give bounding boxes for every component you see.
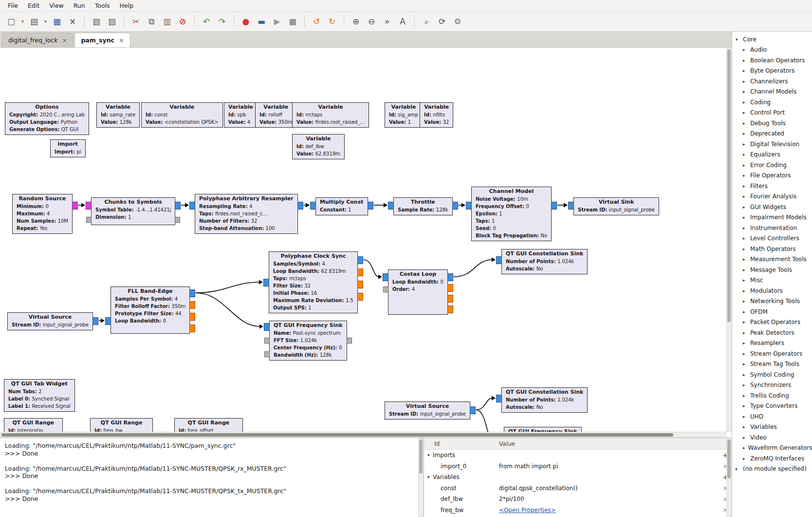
stream-port[interactable] bbox=[496, 256, 502, 264]
block-qt_const_sink_2[interactable]: QT GUI Constellation SinkNumber of Point… bbox=[501, 387, 588, 413]
palette-category-byte-operators[interactable]: ▸Byte Operators bbox=[732, 66, 812, 77]
palette-category-fourier-analysis[interactable]: ▸Fourier Analysis bbox=[732, 191, 812, 202]
menu-edit[interactable]: Edit bbox=[23, 0, 44, 11]
zoom-out-button[interactable]: ⊖ bbox=[364, 14, 379, 29]
stream-port[interactable] bbox=[470, 406, 476, 414]
block-var_rolloff[interactable]: VariableId: rolloffValue: 350m bbox=[255, 102, 297, 128]
errors-button[interactable]: ● bbox=[239, 14, 253, 29]
palette-category-channelizers[interactable]: ▸Channelizers bbox=[732, 76, 812, 87]
block-qt_freq_sink_1[interactable]: QT GUI Frequency SinkName: Post-sync spe… bbox=[269, 321, 347, 361]
rotate-ccw-button[interactable]: ↺ bbox=[309, 14, 324, 29]
message-port[interactable] bbox=[264, 351, 270, 357]
variable-group-row[interactable]: ▾Imports+ bbox=[424, 450, 732, 461]
palette-category-trellis-coding[interactable]: ▸Trellis Coding bbox=[732, 390, 812, 401]
block-var_const[interactable]: VariableId: constValue: <constellation Q… bbox=[141, 102, 223, 128]
palette-category-level-controllers[interactable]: ▸Level Controllers bbox=[732, 233, 812, 244]
tab-pam-sync[interactable]: pam_sync× bbox=[74, 33, 130, 47]
stream-port[interactable] bbox=[357, 293, 363, 301]
palette-category-misc[interactable]: ▸Misc bbox=[732, 275, 812, 286]
message-port[interactable] bbox=[347, 338, 352, 344]
new-flowgraph-button[interactable]: ▢ bbox=[4, 14, 18, 29]
stream-port[interactable] bbox=[297, 202, 303, 210]
reload-blocks-button[interactable]: ⟳ bbox=[435, 14, 449, 29]
scrollbar-thumb[interactable] bbox=[1, 433, 673, 437]
block-import0[interactable]: ImportImport: pi bbox=[50, 139, 86, 157]
block-qt_tab_widget[interactable]: QT GUI Tab WidgetNum Tabs: 2Label 0: Syn… bbox=[4, 379, 75, 412]
variable-group-row[interactable]: ▾Variables+ bbox=[424, 472, 732, 483]
palette-category-packet-operators[interactable]: ▸Packet Operators bbox=[732, 317, 812, 328]
palette-category-modulators[interactable]: ▸Modulators bbox=[732, 286, 812, 296]
stream-port[interactable] bbox=[551, 202, 557, 210]
flowgraph-properties-button[interactable]: ▧ bbox=[89, 14, 104, 29]
palette-category-peak-detectors[interactable]: ▸Peak Detectors bbox=[732, 327, 812, 338]
close-button[interactable]: × bbox=[65, 14, 80, 29]
menu-view[interactable]: View bbox=[44, 0, 69, 11]
block-var_rrctaps[interactable]: VariableId: rrctapsValue: firdes.root_ra… bbox=[292, 102, 369, 128]
connection[interactable] bbox=[476, 398, 492, 410]
kill-flowgraph-button[interactable]: ■ bbox=[285, 14, 300, 29]
block-multiply_const[interactable]: Multiply ConstConstant: 1 bbox=[315, 197, 368, 215]
palette-category-zeromq-interfaces[interactable]: ▸ZeroMQ Interfaces bbox=[732, 453, 812, 464]
stream-port[interactable] bbox=[357, 256, 363, 264]
stream-port[interactable] bbox=[92, 317, 98, 325]
block-pfb_clock_sync[interactable]: Polyphase Clock SyncSamples/Symbol: 4Loo… bbox=[269, 251, 358, 313]
stream-port[interactable] bbox=[175, 202, 181, 210]
stream-port[interactable] bbox=[496, 395, 502, 402]
flowgraph-canvas[interactable]: OptionsCopyright: 2020 C...ering LabOutp… bbox=[0, 48, 726, 432]
connection[interactable] bbox=[476, 410, 495, 432]
palette-category-deprecated[interactable]: ▸Deprecated bbox=[732, 129, 812, 139]
stream-port[interactable] bbox=[447, 306, 453, 313]
block-qt_const_sink_1[interactable]: QT GUI Constellation SinkNumber of Point… bbox=[501, 249, 588, 274]
rotate-cw-button[interactable]: ↻ bbox=[325, 14, 339, 29]
stream-port[interactable] bbox=[368, 202, 373, 210]
stream-port[interactable] bbox=[466, 202, 472, 210]
stream-port[interactable] bbox=[72, 202, 78, 210]
undo-button[interactable]: ↶ bbox=[199, 14, 214, 29]
block-costas_loop[interactable]: Costas LoopLoop Bandwidth: 0Order: 4 bbox=[388, 269, 448, 315]
stream-port[interactable] bbox=[447, 273, 453, 281]
variable-row[interactable]: constdigital.qpsk_constellation()× bbox=[424, 483, 732, 494]
menu-help[interactable]: Help bbox=[115, 0, 139, 11]
save-button[interactable]: ▦ bbox=[50, 14, 64, 29]
variable-row[interactable]: import_0from math import pi× bbox=[424, 461, 732, 472]
block-qt_range_freq_offset[interactable]: QT GUI RangeId: freq_offsetLabel: Freque… bbox=[174, 418, 243, 432]
stream-port[interactable] bbox=[189, 289, 195, 297]
menu-tools[interactable]: Tools bbox=[90, 0, 115, 11]
toggle-panel-button[interactable]: ▨ bbox=[105, 14, 119, 29]
generate-flowgraph-button[interactable]: ▬ bbox=[254, 14, 269, 29]
menu-file[interactable]: File bbox=[3, 0, 23, 11]
open-properties-link[interactable]: <Open Properties> bbox=[499, 507, 719, 514]
message-port[interactable] bbox=[86, 217, 92, 223]
stream-port[interactable] bbox=[105, 317, 111, 325]
zoom-in-button[interactable]: ⊕ bbox=[349, 14, 363, 29]
block-virtual_source_1[interactable]: Virtual SourceStream ID: input_signal_pr… bbox=[7, 312, 93, 330]
canvas-horizontal-scrollbar[interactable] bbox=[0, 432, 726, 438]
tab-close-icon[interactable]: × bbox=[119, 37, 124, 44]
palette-category-audio[interactable]: ▸Audio bbox=[732, 45, 812, 56]
block-virtual_sink[interactable]: Virtual SinkStream ID: input_signal_prob… bbox=[573, 197, 659, 215]
palette-category-math-operators[interactable]: ▸Math Operators bbox=[732, 244, 812, 254]
palette-category-impairment-models[interactable]: ▸Impairment Models bbox=[732, 212, 812, 223]
block-qt_range_interpratio[interactable]: QT GUI RangeId: interpratioLabel: Tming … bbox=[4, 418, 63, 432]
palette-category-core[interactable]: ▾Core bbox=[732, 34, 812, 45]
stream-port[interactable] bbox=[452, 202, 458, 210]
palette-category-message-tools[interactable]: ▸Message Tools bbox=[732, 265, 812, 275]
open-hier-button[interactable]: ⚙ bbox=[450, 14, 465, 29]
palette-category-variables[interactable]: ▸Variables bbox=[732, 422, 812, 433]
palette-category-stream-tag-tools[interactable]: ▸Stream Tag Tools bbox=[732, 359, 812, 370]
stream-port[interactable] bbox=[388, 202, 394, 210]
block-var_sig_amp[interactable]: VariableId: sig_ampValue: 1 bbox=[385, 102, 423, 128]
stream-port[interactable] bbox=[357, 281, 363, 288]
find-block-button[interactable]: ⌕ bbox=[419, 14, 434, 29]
block-qt_range_freq_bw[interactable]: QT GUI RangeId: freq_bwLabel: FLL Bandwi… bbox=[90, 418, 153, 432]
palette-category-filters[interactable]: ▸Filters bbox=[732, 181, 812, 191]
console-scrollbar[interactable] bbox=[418, 438, 424, 517]
variable-panel-scrollbar[interactable] bbox=[726, 438, 732, 517]
palette-category-stream-operators[interactable]: ▸Stream Operators bbox=[732, 348, 812, 359]
connection[interactable] bbox=[196, 293, 260, 326]
palette-category-symbol-coding[interactable]: ▸Symbol Coding bbox=[732, 369, 812, 380]
palette-category-control-port[interactable]: ▸Control Port bbox=[732, 108, 812, 118]
message-port[interactable] bbox=[175, 217, 180, 223]
block-virtual_source_2[interactable]: Virtual SourceStream ID: input_signal_pr… bbox=[385, 402, 470, 420]
palette-category-resamplers[interactable]: ▸Resamplers bbox=[732, 338, 812, 349]
